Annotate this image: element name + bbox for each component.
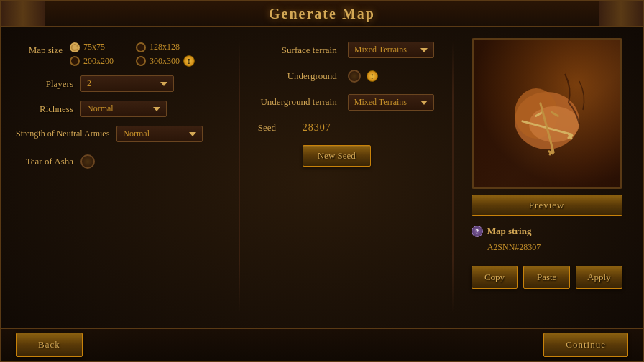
- surface-terrain-dropdown[interactable]: Mixed Terrains: [348, 42, 434, 58]
- neutral-armies-dropdown-arrow: [189, 132, 196, 136]
- radio-200-circle[interactable]: [70, 56, 80, 66]
- new-seed-wrapper: New Seed: [303, 145, 434, 167]
- radio-300-label: 300x300: [150, 56, 180, 67]
- map-size-label: Map size: [16, 42, 63, 56]
- preview-button[interactable]: Preview: [472, 195, 622, 216]
- warning-icon[interactable]: !: [183, 55, 195, 67]
- panel-separator-right: [452, 42, 454, 313]
- page-title: Generate Map: [269, 6, 375, 22]
- tear-label: Tear of Asha: [16, 156, 73, 167]
- underground-terrain-label: Underground terrain: [258, 96, 337, 108]
- top-bar: Generate Map: [1, 1, 643, 27]
- underground-terrain-dropdown-arrow: [420, 101, 428, 105]
- map-size-75[interactable]: 75x75: [70, 42, 129, 52]
- neutral-armies-label: Strength of Neutral Armies: [16, 129, 109, 140]
- richness-dropdown-arrow: [153, 107, 160, 111]
- map-string-section: ? Map string A2SNN#28307: [472, 222, 622, 256]
- radio-75-label: 75x75: [83, 42, 105, 52]
- underground-terrain-row: Underground terrain Mixed Terrains: [258, 94, 434, 111]
- paste-button[interactable]: Paste: [523, 266, 570, 289]
- map-size-128[interactable]: 128x128: [136, 42, 195, 52]
- underground-terrain-dropdown[interactable]: Mixed Terrains: [348, 94, 434, 111]
- players-dropdown-arrow: [160, 82, 167, 86]
- richness-dropdown[interactable]: Normal: [80, 101, 167, 117]
- players-label: Players: [16, 78, 73, 90]
- left-panel: Map size 75x75 128x128 200x200: [16, 34, 221, 320]
- radio-300-circle[interactable]: [136, 56, 146, 66]
- neutral-armies-dropdown[interactable]: Normal: [116, 126, 203, 142]
- radio-200-label: 200x200: [83, 56, 114, 67]
- richness-label: Richness: [16, 103, 73, 115]
- map-size-options: 75x75 128x128 200x200 300x300 !: [70, 42, 195, 67]
- back-button[interactable]: Back: [16, 333, 83, 357]
- richness-value: Normal: [87, 103, 147, 114]
- map-size-300[interactable]: 300x300 !: [136, 55, 195, 67]
- map-size-200[interactable]: 200x200: [70, 55, 129, 67]
- underground-label: Underground: [258, 70, 337, 82]
- main-container: Generate Map Map size 75x75 128x128: [0, 0, 644, 362]
- tear-row: Tear of Asha: [16, 154, 221, 169]
- radio-75-circle[interactable]: [70, 42, 80, 52]
- players-dropdown[interactable]: 2: [80, 75, 174, 92]
- map-string-help-icon[interactable]: ?: [472, 226, 483, 237]
- neutral-armies-row: Strength of Neutral Armies Normal: [16, 126, 221, 142]
- map-size-section: Map size 75x75 128x128 200x200: [16, 42, 221, 67]
- map-preview-image: [472, 38, 622, 189]
- underground-row: Underground !: [258, 70, 434, 83]
- new-seed-button[interactable]: New Seed: [303, 145, 371, 167]
- continue-button[interactable]: Continue: [543, 333, 628, 357]
- preview-svg: [493, 60, 601, 167]
- tear-toggle[interactable]: [80, 154, 95, 169]
- seed-value: 28307: [303, 122, 331, 134]
- underground-terrain-value: Mixed Terrains: [354, 97, 415, 108]
- radio-128-circle[interactable]: [136, 42, 146, 52]
- map-string-header: ? Map string: [472, 226, 622, 237]
- content-area: Map size 75x75 128x128 200x200: [1, 27, 643, 328]
- map-string-value: A2SNN#28307: [472, 242, 541, 252]
- seed-label: Seed: [258, 122, 294, 134]
- underground-controls: !: [348, 70, 378, 83]
- surface-terrain-dropdown-arrow: [420, 48, 428, 52]
- action-buttons: Copy Paste Apply: [472, 266, 622, 289]
- surface-terrain-label: Surface terrain: [258, 45, 337, 56]
- neutral-armies-value: Normal: [123, 129, 183, 139]
- bottom-bar: Back Continue: [1, 328, 643, 361]
- radio-128-label: 128x128: [150, 42, 180, 52]
- middle-panel: Surface terrain Mixed Terrains Undergrou…: [258, 34, 434, 320]
- map-string-label: Map string: [487, 226, 532, 237]
- surface-terrain-value: Mixed Terrains: [354, 45, 415, 55]
- surface-terrain-row: Surface terrain Mixed Terrains: [258, 42, 434, 58]
- seed-row: Seed 28307: [258, 122, 434, 134]
- panel-separator-left: [239, 42, 240, 313]
- right-panel: Preview ? Map string A2SNN#28307 Copy Pa…: [472, 34, 628, 320]
- underground-warning-icon[interactable]: !: [367, 70, 378, 82]
- underground-toggle[interactable]: [348, 70, 361, 83]
- players-value: 2: [87, 78, 155, 89]
- copy-button[interactable]: Copy: [472, 266, 518, 289]
- richness-row: Richness Normal: [16, 101, 221, 117]
- players-row: Players 2: [16, 75, 221, 92]
- apply-button[interactable]: Apply: [576, 266, 622, 289]
